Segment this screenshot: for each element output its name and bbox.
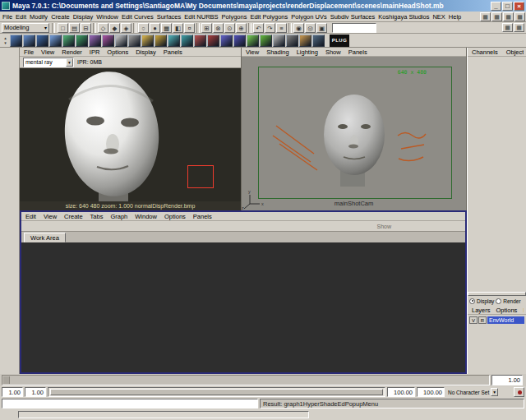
open-scene-icon[interactable]: ▤ <box>69 23 80 33</box>
window-grid-icon-4[interactable]: ▦ <box>514 12 525 21</box>
persp-menu-lighting[interactable]: Lighting <box>295 48 320 56</box>
save-scene-icon[interactable]: ⊟ <box>81 23 91 33</box>
snap-curve-icon[interactable]: ⊗ <box>213 23 224 33</box>
layer-menu-layers[interactable]: Layers <box>470 307 492 314</box>
shelf-tool-icon-23[interactable] <box>299 35 311 47</box>
menu-create[interactable]: Create <box>49 13 72 21</box>
layer-menu-options[interactable]: Options <box>495 307 519 314</box>
plug-shelf-button[interactable]: PLUG <box>330 35 349 47</box>
render-menu-panels[interactable]: Panels <box>162 48 184 56</box>
layer-name[interactable]: EnvWorld <box>487 316 524 324</box>
maximize-button[interactable]: □ <box>502 2 513 11</box>
menu-polygon-uvs[interactable]: Polygon UVs <box>289 13 328 21</box>
character-set-menu[interactable]: No Character Set ▾ <box>446 387 512 397</box>
hypershade-menu-window[interactable]: Window <box>133 213 159 220</box>
animation-end-field[interactable]: 100.00 <box>417 387 445 397</box>
shelf-tool-icon-12[interactable] <box>155 35 167 47</box>
output-connections-icon[interactable]: ↷ <box>265 23 275 33</box>
snap-plane-icon[interactable]: ⊕ <box>236 23 247 33</box>
menu-nex[interactable]: NEX <box>431 13 446 21</box>
shelf-tool-icon-13[interactable] <box>168 35 180 47</box>
current-frame-marker[interactable] <box>3 376 10 384</box>
shelf-tab-selector-icon[interactable]: ▴▾ <box>2 35 9 47</box>
layer-renderable-toggle[interactable]: R <box>478 316 487 324</box>
menu-edit[interactable]: Edit <box>14 13 28 21</box>
render-menu-view[interactable]: View <box>39 48 56 56</box>
menu-koshigaya-studios[interactable]: Koshigaya Studios <box>376 13 431 21</box>
shelf-tool-icon-17[interactable] <box>220 35 233 47</box>
channel-menu-channels[interactable]: Channels <box>470 48 500 56</box>
shelf-tool-icon-7[interactable] <box>89 35 101 47</box>
shelf-tool-icon-16[interactable] <box>207 35 219 47</box>
menu-modify[interactable]: Modify <box>28 13 49 21</box>
camera-viewport[interactable]: y x z 640 x 480 mainShotCam <box>242 57 466 210</box>
layer-row[interactable]: V R EnvWorld <box>468 315 526 325</box>
render-menu-options[interactable]: Options <box>105 48 130 56</box>
menu-display[interactable]: Display <box>72 13 95 21</box>
window-grid-icon-3[interactable]: ▦ <box>503 12 514 21</box>
range-slider-bar[interactable] <box>50 389 383 395</box>
channel-menu-object[interactable]: Object <box>505 48 524 56</box>
shelf-tool-icon-19[interactable] <box>247 35 259 47</box>
menu-file[interactable]: File <box>1 13 14 21</box>
menu-set-dropdown[interactable]: Modeling ▾ <box>2 23 49 33</box>
hypershade-menu-view[interactable]: View <box>42 213 58 220</box>
hypershade-menu-tabs[interactable]: Tabs <box>89 213 105 220</box>
shelf-tool-icon-11[interactable] <box>141 35 154 47</box>
persp-menu-show[interactable]: Show <box>324 48 343 56</box>
animation-start-field[interactable]: 1.00 <box>2 387 23 397</box>
render-menu-ipr[interactable]: IPR <box>88 48 102 56</box>
snap-point-icon[interactable]: ⊙ <box>224 23 235 33</box>
menu-window[interactable]: Window <box>95 13 120 21</box>
current-time-field[interactable]: 1.00 <box>491 375 523 385</box>
shelf-tool-icon-3[interactable] <box>36 35 48 47</box>
shelf-tool-icon-20[interactable] <box>260 35 272 47</box>
playback-start-field[interactable]: 1.00 <box>25 387 46 397</box>
menu-surfaces[interactable]: Surfaces <box>155 13 183 21</box>
hypershade-menu-options[interactable]: Options <box>163 213 187 220</box>
numeric-input-field[interactable] <box>332 23 376 33</box>
construction-history-icon[interactable]: ≡ <box>276 23 287 33</box>
layer-visibility-toggle[interactable]: V <box>469 316 478 324</box>
shelf-tool-icon-24[interactable] <box>312 35 325 47</box>
persp-menu-view[interactable]: View <box>244 48 261 56</box>
window-grid-icon-2[interactable]: ▦ <box>491 12 502 21</box>
shelf-tool-icon-1[interactable] <box>10 35 22 47</box>
shelf-tool-icon-14[interactable] <box>181 35 193 47</box>
timeline-ticks[interactable] <box>2 375 490 385</box>
hypershade-menu-create[interactable]: Create <box>62 213 85 220</box>
hypershade-menu-panels[interactable]: Panels <box>191 213 214 220</box>
select-faces-icon[interactable]: ▦ <box>161 23 172 33</box>
ui-visibility-toggle-1[interactable]: ▦ <box>502 23 513 32</box>
playback-end-field[interactable]: 100.00 <box>387 387 415 397</box>
menu-edit-polygons[interactable]: Edit Polygons <box>248 13 289 21</box>
input-connections-icon[interactable]: ↶ <box>253 23 264 33</box>
render-image-area[interactable] <box>20 68 241 201</box>
menu-edit-nurbs[interactable]: Edit NURBS <box>182 13 219 21</box>
minimize-button[interactable]: _ <box>491 2 501 11</box>
render-current-frame-icon[interactable]: ◉ <box>293 23 304 33</box>
shelf-tool-icon-5[interactable] <box>62 35 75 47</box>
ui-visibility-toggle-2[interactable]: ▦ <box>514 23 524 32</box>
ipr-render-icon[interactable]: ◎ <box>305 23 316 33</box>
command-line-input[interactable] <box>2 399 258 408</box>
render-mode-radio[interactable] <box>496 298 501 304</box>
shelf-tool-icon-9[interactable] <box>115 35 127 47</box>
shelf-tool-icon-10[interactable] <box>128 35 141 47</box>
layer-menu-help[interactable]: Help <box>521 307 524 314</box>
window-grid-icon-1[interactable]: ▦ <box>480 12 491 21</box>
render-globals-icon[interactable]: ▣ <box>316 23 327 33</box>
snap-grid-icon[interactable]: ⊞ <box>201 23 212 33</box>
new-scene-icon[interactable]: □ <box>58 23 68 33</box>
select-misc-icon[interactable]: ¤ <box>184 23 195 33</box>
render-menu-file[interactable]: File <box>22 48 35 56</box>
renderer-dropdown[interactable]: mental ray ▾ <box>23 58 74 67</box>
display-mode-radio[interactable] <box>469 298 475 304</box>
select-object-icon[interactable]: ◆ <box>109 23 120 33</box>
select-component-icon[interactable]: ◈ <box>121 23 132 33</box>
shelf-tool-icon-2[interactable] <box>23 35 35 47</box>
persp-menu-panels[interactable]: Panels <box>347 48 369 56</box>
shelf-tool-icon-15[interactable] <box>194 35 206 47</box>
shelf-tool-icon-6[interactable] <box>76 35 88 47</box>
auto-keyframe-button[interactable] <box>514 387 524 397</box>
